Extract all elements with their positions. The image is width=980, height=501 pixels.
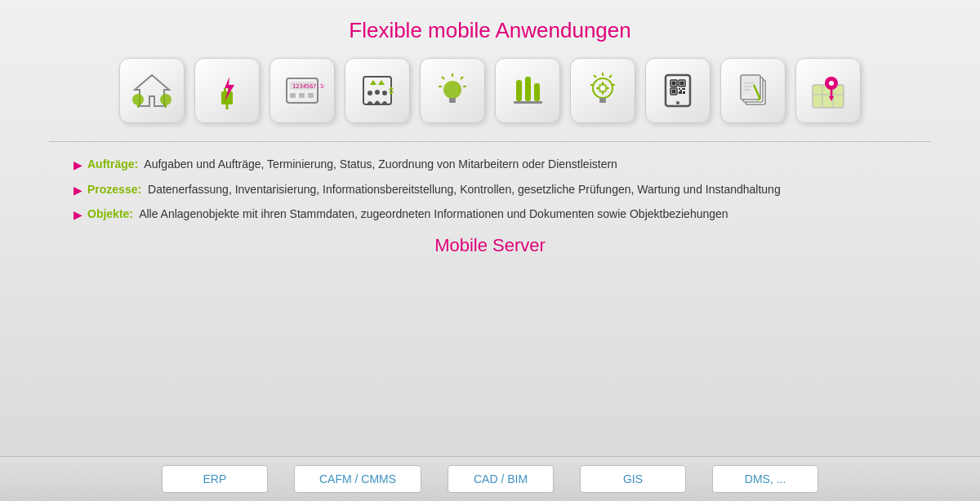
svg-rect-30 — [449, 98, 456, 100]
svg-point-76 — [829, 81, 834, 86]
svg-rect-34 — [534, 83, 540, 101]
svg-rect-32 — [516, 80, 522, 101]
plug-icon — [205, 69, 249, 113]
bullet-auftrage: ▶ — [74, 157, 82, 174]
svg-rect-35 — [514, 101, 542, 104]
bullet-prozesse: ▶ — [74, 183, 82, 199]
elevator-icon — [355, 69, 399, 113]
svg-point-51 — [676, 101, 679, 104]
svg-rect-65 — [741, 75, 760, 100]
map-pin-icon-box[interactable] — [795, 58, 861, 123]
idea-gear-icon-box[interactable] — [570, 58, 635, 123]
svg-rect-62 — [683, 91, 685, 94]
map-pin-icon — [806, 69, 850, 113]
meter-icon-box[interactable]: 1234567.10 — [270, 58, 335, 123]
tag-cafm-cmms[interactable]: CAFM / CMMS — [294, 465, 421, 493]
divider — [49, 141, 931, 142]
svg-point-1 — [132, 94, 144, 105]
svg-point-21 — [382, 91, 387, 95]
text-auftrage: Aufgaben und Aufträge, Terminierung, Sta… — [144, 157, 617, 171]
svg-text:1234567.10: 1234567.10 — [292, 83, 324, 90]
svg-rect-14 — [299, 93, 305, 98]
svg-rect-2 — [137, 104, 139, 108]
svg-rect-55 — [672, 82, 676, 86]
svg-line-25 — [461, 77, 463, 79]
svg-rect-45 — [602, 91, 604, 95]
feature-objekte: ▶ Objekte: Alle Anlagenobjekte mit ihren… — [74, 206, 931, 224]
svg-rect-56 — [680, 82, 684, 86]
tag-erp[interactable]: ERP — [162, 465, 268, 493]
svg-rect-33 — [525, 77, 531, 101]
tag-dms[interactable]: DMS, ... — [712, 465, 818, 493]
svg-marker-17 — [370, 80, 376, 85]
svg-point-43 — [600, 86, 605, 91]
documents-icon — [731, 69, 775, 113]
page-title: Flexible mobile Anwendungen — [349, 18, 630, 43]
tools-icon — [506, 69, 550, 113]
label-auftrage: Aufträge: — [87, 157, 138, 171]
tag-gis[interactable]: GIS — [580, 465, 686, 493]
svg-point-19 — [368, 91, 372, 95]
svg-rect-60 — [680, 90, 682, 91]
bottom-bar: ERP CAFM / CMMS CAD / BIM GIS DMS, ... — [0, 456, 980, 501]
svg-marker-23 — [389, 91, 394, 95]
building-tree-icon-box[interactable] — [119, 58, 185, 123]
label-objekte: Objekte: — [87, 207, 133, 220]
svg-rect-59 — [682, 88, 685, 90]
tag-cad-bim[interactable]: CAD / BIM — [448, 465, 554, 493]
svg-rect-15 — [308, 93, 314, 98]
svg-rect-46 — [596, 87, 599, 89]
svg-line-38 — [594, 75, 596, 78]
text-prozesse: Datenerfassung, Inventarisierung, Inform… — [148, 183, 781, 196]
meter-icon: 1234567.10 — [280, 69, 324, 113]
tablet-qr-icon-box[interactable] — [645, 58, 710, 123]
label-prozesse: Prozesse: — [87, 183, 141, 196]
svg-line-37 — [609, 75, 612, 78]
text-objekte: Alle Anlagenobjekte mit ihren Stammdaten… — [139, 207, 728, 220]
tablet-qr-icon — [656, 69, 700, 113]
svg-rect-13 — [290, 93, 296, 98]
svg-rect-6 — [224, 88, 226, 93]
documents-icon-box[interactable] — [720, 58, 786, 123]
plug-icon-box[interactable] — [194, 58, 260, 123]
page-wrapper: Flexible mobile Anwendungen — [0, 0, 980, 501]
svg-marker-22 — [389, 86, 394, 90]
svg-rect-44 — [602, 82, 604, 85]
svg-rect-47 — [606, 87, 609, 89]
mobile-server-title: Mobile Server — [434, 235, 546, 256]
svg-rect-61 — [679, 91, 682, 94]
feature-auftrage: ▶ Aufträge: Aufgaben und Aufträge, Termi… — [74, 157, 931, 174]
svg-rect-58 — [679, 88, 680, 90]
tools-icon-box[interactable] — [495, 58, 560, 123]
idea-gear-icon — [581, 69, 625, 113]
elevator-icon-box[interactable] — [345, 58, 410, 123]
features-section: ▶ Aufträge: Aufgaben und Aufträge, Termi… — [49, 157, 931, 224]
svg-rect-31 — [449, 100, 456, 103]
svg-point-29 — [443, 81, 461, 99]
svg-point-3 — [160, 94, 172, 105]
svg-marker-18 — [378, 80, 385, 85]
svg-rect-4 — [165, 104, 167, 108]
bullet-objekte: ▶ — [74, 207, 82, 224]
svg-rect-48 — [599, 98, 606, 100]
feature-prozesse: ▶ Prozesse: Datenerfassung, Inventarisie… — [74, 182, 931, 199]
svg-rect-57 — [672, 90, 676, 94]
building-tree-icon — [130, 69, 174, 113]
lightbulb-icon-box[interactable] — [420, 58, 485, 123]
svg-rect-49 — [599, 100, 606, 103]
svg-point-20 — [375, 90, 380, 95]
lightbulb-icon — [430, 69, 474, 113]
icons-row: 1234567.10 — [119, 58, 861, 123]
svg-line-26 — [442, 77, 444, 79]
